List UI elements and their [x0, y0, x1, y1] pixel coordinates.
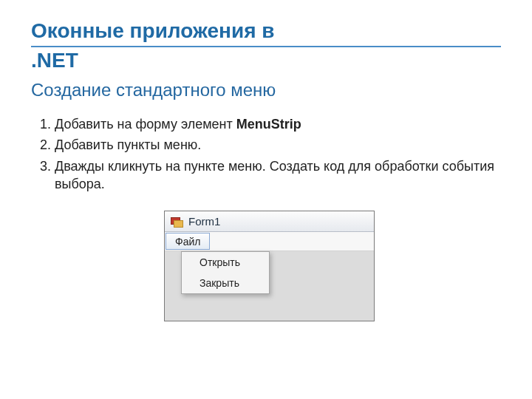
title-divider — [31, 46, 501, 47]
step-text: Дважды кликнуть на пункте меню. Создать … — [55, 159, 494, 191]
window-title: Form1 — [188, 215, 220, 228]
menu-item-close[interactable]: Закрыть — [182, 273, 269, 293]
menu-dropdown: Открыть Закрыть — [181, 251, 270, 294]
app-icon — [171, 216, 183, 228]
slide-subtitle: Создание стандартного меню — [31, 80, 501, 100]
step-text: Добавить на форму элемент — [55, 117, 236, 132]
slide-title-line2: .NET — [31, 49, 501, 72]
step-item: Добавить на форму элемент MenuStrip — [55, 115, 501, 133]
menu-item-open[interactable]: Открыть — [182, 252, 269, 273]
step-text: Добавить пункты меню. — [55, 137, 201, 152]
window-titlebar: Form1 — [165, 211, 374, 232]
step-bold: MenuStrip — [236, 117, 301, 132]
form-client-area: Открыть Закрыть — [165, 251, 374, 321]
step-item: Дважды кликнуть на пункте меню. Создать … — [55, 157, 501, 194]
form-designer-screenshot: Form1 Файл Открыть Закрыть — [164, 211, 375, 321]
steps-list: Добавить на форму элемент MenuStrip Доба… — [38, 115, 501, 193]
step-item: Добавить пункты меню. — [55, 136, 501, 154]
slide-title-line1: Оконные приложения в — [31, 19, 501, 43]
menu-strip: Файл — [165, 232, 374, 251]
menu-top-file[interactable]: Файл — [166, 233, 210, 250]
